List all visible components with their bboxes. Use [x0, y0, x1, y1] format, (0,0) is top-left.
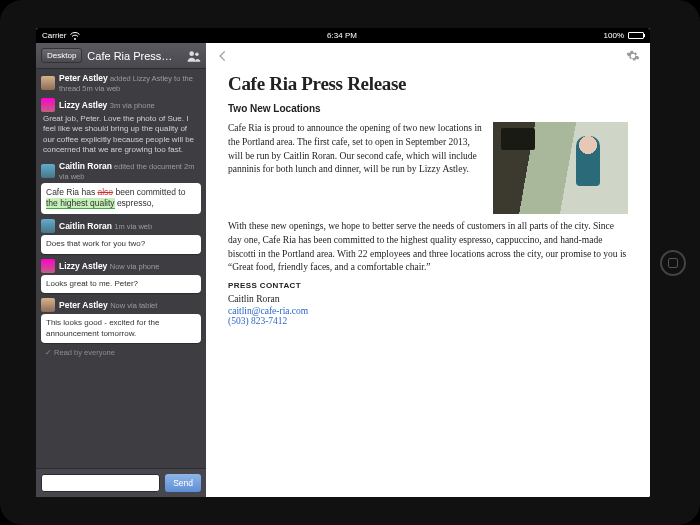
contact-name: Caitlin Roran — [228, 294, 628, 304]
svg-point-0 — [189, 51, 194, 56]
msg-body: Looks great to me. Peter? — [41, 275, 201, 293]
thread-item: Lizzy Astley 3m via phone Great job, Pet… — [41, 98, 201, 156]
doc-paragraph: Cafe Ria is proud to announce the openin… — [228, 122, 483, 208]
author-name: Caitlin Roran — [59, 221, 112, 231]
msg-meta: Now via tablet — [110, 301, 157, 310]
thread-item: Caitlin Roran 1m via web Does that work … — [41, 219, 201, 253]
thread-item: Caitlin Roran edited the document 2m via… — [41, 161, 201, 215]
sidebar-header: Desktop Cafe Ria Press… — [36, 43, 206, 69]
battery-icon — [628, 32, 644, 39]
avatar — [41, 219, 55, 233]
app-body: Desktop Cafe Ria Press… Peter Astley add… — [36, 43, 650, 497]
doc-paragraph: With these new openings, we hope to bett… — [228, 220, 628, 275]
doc-subtitle: Two New Locations — [228, 103, 628, 114]
status-bar: Carrier 6:34 PM 100% — [36, 28, 650, 43]
msg-meta: 1m via web — [114, 222, 152, 231]
desktop-badge[interactable]: Desktop — [41, 48, 82, 63]
author-name: Peter Astley — [59, 300, 108, 310]
author-name: Lizzy Astley — [59, 261, 107, 271]
thread-item: Peter Astley Now via tablet This looks g… — [41, 298, 201, 343]
wifi-icon — [70, 32, 80, 40]
sidebar: Desktop Cafe Ria Press… Peter Astley add… — [36, 43, 206, 497]
carrier-label: Carrier — [42, 31, 66, 40]
home-button[interactable] — [660, 250, 686, 276]
msg-body: Great job, Peter. Love the photo of Sue.… — [41, 114, 201, 156]
msg-body: Does that work for you two? — [41, 235, 201, 253]
avatar — [41, 76, 55, 90]
contact-email-link[interactable]: caitlin@cafe-ria.com — [228, 306, 628, 316]
msg-meta: Now via phone — [110, 262, 160, 271]
doc-title: Cafe Ria Press Release — [228, 73, 628, 95]
msg-meta: 3m via phone — [110, 101, 155, 110]
avatar — [41, 298, 55, 312]
avatar — [41, 259, 55, 273]
msg-body: This looks good - excited for the announ… — [41, 314, 201, 343]
document-body[interactable]: Cafe Ria Press Release Two New Locations… — [206, 69, 650, 336]
composer: Send — [36, 468, 206, 497]
diff-preview[interactable]: Cafe Ria has also been committed to the … — [41, 183, 201, 215]
thread-item: Peter Astley added Lizzy Astley to the t… — [41, 73, 201, 93]
thread-list[interactable]: Peter Astley added Lizzy Astley to the t… — [36, 69, 206, 468]
document-pane: Cafe Ria Press Release Two New Locations… — [206, 43, 650, 497]
author-name: Lizzy Astley — [59, 100, 107, 110]
tablet-frame: Carrier 6:34 PM 100% Desktop Cafe Ria Pr… — [0, 0, 700, 525]
gear-icon[interactable] — [626, 49, 640, 63]
contact-label: PRESS CONTACT — [228, 281, 628, 290]
send-button[interactable]: Send — [165, 474, 201, 492]
contact-phone-link[interactable]: (503) 823-7412 — [228, 316, 628, 326]
back-chevron-icon[interactable] — [216, 49, 230, 63]
author-name: Peter Astley — [59, 73, 108, 83]
thread-item: Lizzy Astley Now via phone Looks great t… — [41, 259, 201, 293]
read-receipt: ✓ Read by everyone — [45, 348, 201, 357]
screen: Carrier 6:34 PM 100% Desktop Cafe Ria Pr… — [36, 28, 650, 497]
diff-inserted: the highest quality — [46, 198, 115, 209]
battery-pct: 100% — [604, 31, 624, 40]
avatar — [41, 98, 55, 112]
sidebar-title: Cafe Ria Press… — [87, 50, 182, 62]
author-name: Caitlin Roran — [59, 161, 112, 171]
composer-input[interactable] — [41, 474, 160, 492]
avatar — [41, 164, 55, 178]
doc-toolbar — [206, 43, 650, 69]
diff-deleted: also — [98, 187, 114, 197]
doc-image — [493, 122, 628, 214]
svg-point-1 — [195, 52, 199, 56]
people-icon[interactable] — [187, 50, 201, 62]
clock: 6:34 PM — [327, 31, 357, 40]
